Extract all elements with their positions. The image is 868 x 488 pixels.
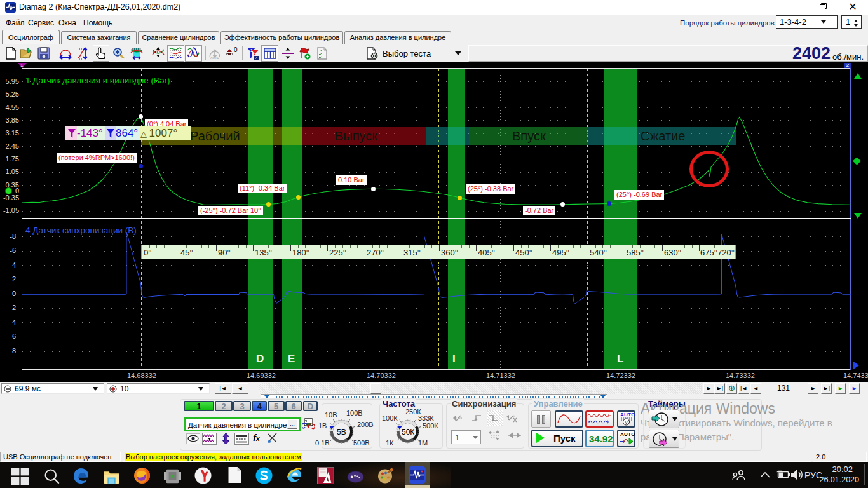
svg-text:2: 2 xyxy=(254,52,257,57)
svg-text:V: V xyxy=(625,420,628,424)
svg-text:0: 0 xyxy=(234,47,238,53)
svg-text:1: 1 xyxy=(250,48,253,53)
svg-text:AUTO: AUTO xyxy=(210,56,219,60)
